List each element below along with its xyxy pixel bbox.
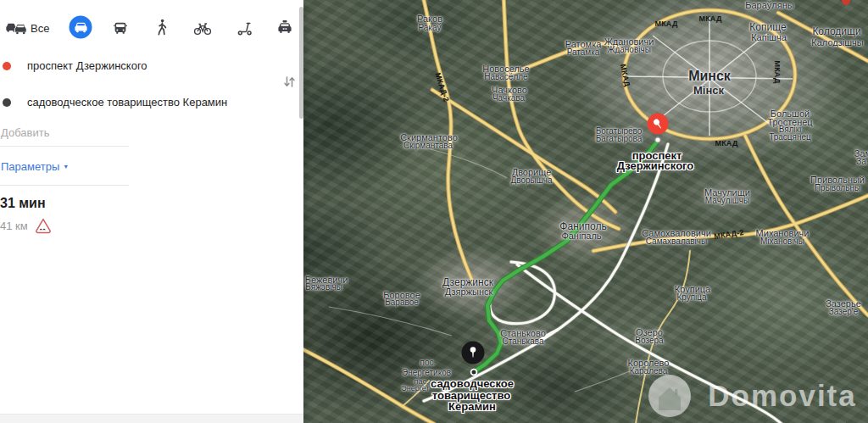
swap-route-points-button[interactable]	[281, 73, 298, 93]
origin-dot-icon	[3, 62, 11, 70]
mode-taxi-button[interactable]	[275, 18, 295, 36]
route-params-label: Параметры	[1, 160, 59, 173]
bus-icon	[112, 20, 129, 36]
destination-dot-icon	[3, 98, 11, 107]
destination-map-pin[interactable]	[462, 342, 485, 365]
route-params-button[interactable]: Параметры ▼	[1, 160, 69, 173]
rough-road-warning-icon	[35, 217, 52, 234]
divider	[0, 185, 129, 186]
route-duration: 31 мин	[0, 196, 46, 211]
car-icon	[74, 22, 87, 33]
swap-arrows-icon	[283, 75, 296, 89]
map-viewport[interactable]: БараўляныРаковРакаўМКАДМКАДМКАДМКАДМКАД-…	[303, 0, 868, 423]
cars-icon	[5, 19, 27, 36]
origin-label[interactable]: проспект Дзержинского	[27, 59, 147, 72]
route-sidebar: Все	[0, 0, 303, 423]
sidebar-scrollbar[interactable]	[299, 7, 303, 119]
mode-all-button[interactable]: Все	[3, 18, 51, 38]
bicycle-icon	[193, 20, 212, 36]
route-end-dot	[471, 370, 477, 376]
pedestrian-icon	[156, 19, 168, 36]
mode-all-label: Все	[31, 22, 49, 35]
mode-car-button[interactable]	[70, 16, 92, 39]
add-waypoint-button[interactable]: Добавить	[1, 126, 49, 139]
yandex-maps-route-planner: Все	[0, 0, 868, 423]
origin-map-pin[interactable]	[648, 114, 669, 135]
mode-bike-button[interactable]	[192, 19, 214, 37]
route-distance: 41 км	[0, 220, 28, 232]
sidebar-bottom-panel	[0, 414, 303, 423]
chevron-down-icon: ▼	[63, 164, 69, 170]
clipped-red-marker	[842, 0, 850, 5]
route-point-origin[interactable]: проспект Дзержинского	[0, 59, 147, 72]
mode-bus-button[interactable]	[110, 19, 131, 38]
destination-label[interactable]: садоводческое товарищество Керамин	[27, 96, 227, 109]
divider	[0, 146, 129, 147]
route-start-dot	[655, 137, 660, 142]
mode-walk-button[interactable]	[154, 17, 170, 37]
route-point-destination[interactable]: садоводческое товарищество Керамин	[0, 96, 227, 109]
mode-scooter-button[interactable]	[234, 19, 255, 37]
scooter-icon	[236, 20, 253, 36]
route-distance-row: 41 км	[0, 217, 52, 234]
taxi-icon	[277, 19, 293, 35]
map-canvas	[303, 0, 868, 423]
